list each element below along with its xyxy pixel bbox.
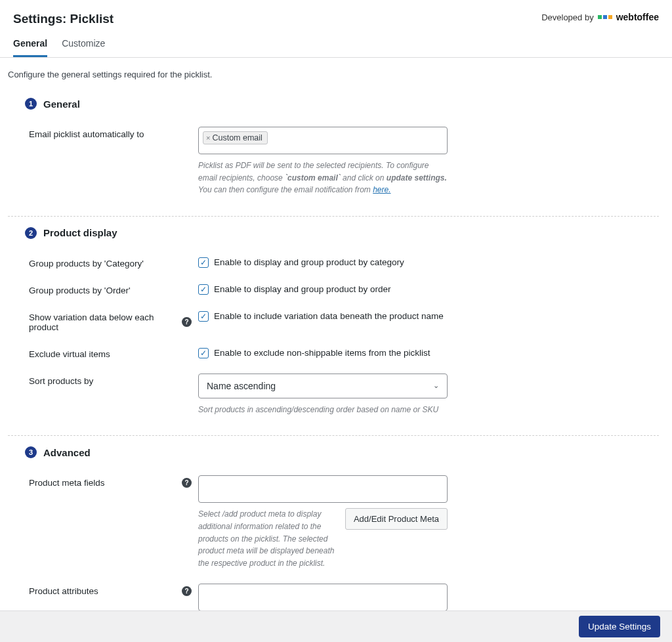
row-group-category: Group products by 'Category' ✓ Enable to… (25, 251, 659, 278)
desc-exclude-virtual: Enable to exclude non-shippable items fr… (214, 348, 430, 358)
checkbox-exclude-virtual[interactable]: ✓ (198, 348, 209, 358)
email-recipients-input[interactable]: × Custom email (198, 127, 448, 154)
row-email-picklist: Email picklist automatically to × Custom… (25, 121, 659, 205)
tag-remove-icon[interactable]: × (206, 134, 210, 142)
brand-logo-icon (598, 15, 612, 19)
developed-by-label: Developed by (541, 12, 594, 22)
intro-text: Configure the general settings required … (8, 70, 659, 79)
section-product-display: 2 Product display Group products by 'Cat… (8, 227, 659, 437)
hint-sort: Sort products in ascending/descending or… (198, 404, 448, 416)
help-icon[interactable]: ? (182, 586, 192, 596)
desc-variation-data: Enable to include variation data beneath… (214, 311, 444, 321)
section-general: 1 General Email picklist automatically t… (8, 98, 659, 217)
developed-by: Developed by webtoffee (541, 12, 659, 22)
step-badge-1: 1 (25, 98, 37, 110)
hint-email: Picklist as PDF will be sent to the sele… (198, 160, 448, 196)
row-exclude-virtual: Exclude virtual items ✓ Enable to exclud… (25, 341, 659, 368)
label-sort-products: Sort products by (29, 374, 198, 386)
hint-product-meta: Select /add product meta to display addi… (198, 508, 336, 569)
step-badge-3: 3 (25, 446, 37, 458)
select-value: Name ascending (207, 381, 276, 391)
section-title-advanced: Advanced (43, 447, 91, 458)
product-attributes-input[interactable] (198, 584, 448, 611)
desc-group-order: Enable to display and group product by o… (214, 284, 390, 294)
tabs: General Customize (0, 26, 672, 58)
footer-bar: Update Settings (0, 610, 672, 642)
product-meta-input[interactable] (198, 475, 448, 503)
row-product-meta: Product meta fields ? Select /add produc… (25, 470, 659, 578)
update-settings-button[interactable]: Update Settings (579, 616, 660, 637)
step-badge-2: 2 (25, 227, 37, 239)
chevron-down-icon: ⌄ (433, 381, 439, 390)
checkbox-group-order[interactable]: ✓ (198, 284, 209, 295)
checkbox-variation-data[interactable]: ✓ (198, 311, 209, 322)
brand-name: webtoffee (616, 12, 659, 22)
link-here[interactable]: here. (373, 185, 390, 194)
tag-custom-email[interactable]: × Custom email (203, 131, 268, 144)
tab-customize[interactable]: Customize (62, 38, 105, 57)
help-icon[interactable]: ? (182, 317, 192, 327)
section-title-product-display: Product display (43, 227, 117, 238)
help-icon[interactable]: ? (182, 478, 192, 488)
checkbox-group-category[interactable]: ✓ (198, 257, 209, 268)
page-title: Settings: Picklist (13, 12, 114, 26)
row-group-order: Group products by 'Order' ✓ Enable to di… (25, 278, 659, 305)
add-edit-product-meta-button[interactable]: Add/Edit Product Meta (345, 508, 448, 530)
tag-label: Custom email (212, 133, 262, 142)
label-exclude-virtual: Exclude virtual items (29, 347, 198, 359)
label-group-category: Group products by 'Category' (29, 256, 198, 268)
label-email-picklist: Email picklist automatically to (29, 127, 198, 139)
label-product-attributes: Product attributes ? (29, 584, 198, 596)
label-variation-data: Show variation data below each product ? (29, 310, 198, 332)
section-title-general: General (43, 98, 80, 110)
row-sort-products: Sort products by Name ascending ⌄ Sort p… (25, 368, 659, 425)
label-group-order: Group products by 'Order' (29, 283, 198, 295)
desc-group-category: Enable to display and group product by c… (214, 257, 404, 267)
tab-general[interactable]: General (13, 38, 47, 57)
row-variation-data: Show variation data below each product ?… (25, 305, 659, 341)
label-product-meta: Product meta fields ? (29, 475, 198, 488)
select-sort-products[interactable]: Name ascending ⌄ (198, 374, 448, 398)
